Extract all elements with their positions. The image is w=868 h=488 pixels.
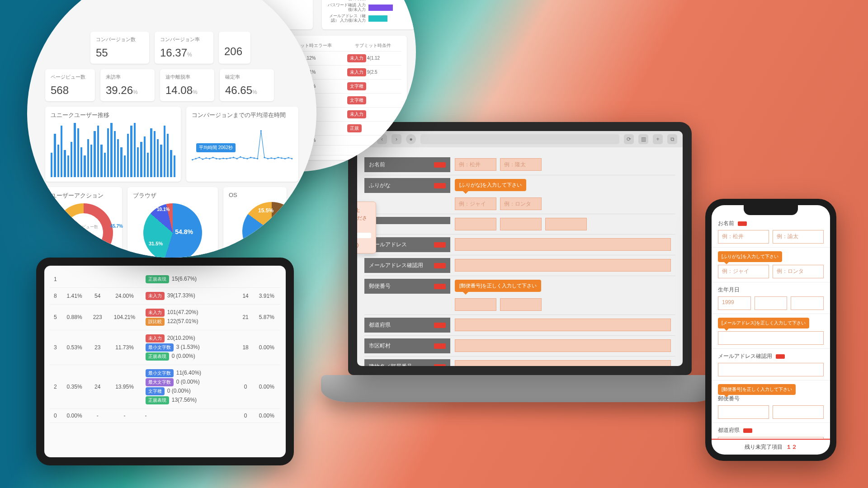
browser-title: ブラウザ <box>133 192 156 200</box>
phone-form-input[interactable]: 1999 <box>718 296 751 310</box>
svg-point-23 <box>270 157 272 159</box>
form-label: 都道府県 <box>364 318 450 333</box>
svg-point-3 <box>202 159 203 160</box>
phone-form-row: [ふりがな]を入力して下さい例：ジャイ例：ロンタ <box>712 248 830 282</box>
svg-point-28 <box>288 157 289 158</box>
phone-form-label: メールアドレス確認用 <box>718 352 824 360</box>
svg-point-11 <box>229 157 231 159</box>
form-input[interactable]: 例：松井 <box>455 158 496 171</box>
svg-point-27 <box>284 158 286 159</box>
phone-tooltip: [メールアドレス]を正しく入力して下さい <box>718 318 809 328</box>
svg-point-24 <box>274 158 275 159</box>
form-row: お名前例：松井例：隆太 <box>364 155 675 175</box>
required-badge <box>434 162 446 168</box>
form-label: 郵便番号 <box>364 279 450 294</box>
avg-time-title: コンバージョンまでの平均滞在時間 <box>192 111 293 119</box>
required-badge <box>434 284 446 289</box>
phone-form-input[interactable] <box>755 296 788 310</box>
url-bar[interactable] <box>420 134 619 144</box>
svg-point-4 <box>205 157 207 159</box>
required-badge <box>434 323 446 328</box>
reload-button[interactable]: ● <box>406 134 416 144</box>
svg-point-5 <box>209 158 210 159</box>
table-row: 20.35%2413.95%最小文字数 11(6.40%)最大文字数 0 (0.… <box>50 365 280 409</box>
svg-point-14 <box>240 156 241 158</box>
form-row: 市区町村 <box>364 336 675 357</box>
svg-point-0 <box>192 159 193 160</box>
user-action-title: ユーザーアクション <box>51 192 104 200</box>
form-label: メールアドレス <box>364 237 450 252</box>
phone-mockup: お名前例：松井例：諭太[ふりがな]を入力して下さい例：ジャイ例：ロンタ生年月日1… <box>705 199 836 461</box>
tablet-mockup: 1正規表現 15(6.67%)81.41%5424.00%未入力 39(17.3… <box>36 258 294 465</box>
form-area: 必須項目に入力の上送信ボタンを押してください。 入力進捗 0% (0/15) お… <box>357 147 683 366</box>
required-badge <box>743 428 752 433</box>
tabs-icon[interactable]: ⧉ <box>667 134 677 144</box>
phone-form-input[interactable]: 例：ジャイ <box>718 265 769 278</box>
forward-button[interactable]: › <box>392 134 401 144</box>
required-badge <box>434 343 446 349</box>
form-input[interactable] <box>455 238 671 251</box>
form-input[interactable] <box>500 218 542 230</box>
form-input[interactable] <box>455 259 671 272</box>
table-row: 50.88%223104.21%未入力 101(47.20%)誤比較 122(5… <box>50 305 280 330</box>
unique-users-title: ユニークユーザー推移 <box>51 111 175 119</box>
svg-point-16 <box>246 158 248 159</box>
phone-form-input[interactable] <box>718 363 824 376</box>
form-label: お名前 <box>364 157 450 172</box>
phone-form-input[interactable] <box>718 331 824 345</box>
form-input[interactable] <box>455 339 671 352</box>
table-row: 30.53%2311.73%未入力 20(10.20%)最小文字数 3 (1.5… <box>50 330 280 365</box>
form-row: ふりがな[ふりがな]を入力して下さい例：ジャイ例：ロンタ <box>364 175 675 214</box>
phone-form-input[interactable] <box>791 296 824 310</box>
phone-form-label: 生年月日 <box>718 286 824 294</box>
required-badge <box>434 242 446 248</box>
browser-pie <box>143 203 202 258</box>
kpi-label: ページビュー数 <box>51 74 90 80</box>
form-input[interactable] <box>500 298 542 311</box>
svg-point-15 <box>243 157 245 159</box>
form-input[interactable]: 例：隆太 <box>500 158 542 171</box>
reload-icon[interactable]: ⟳ <box>624 134 634 144</box>
tooltip-zip: [郵便番号]を正しく入力して下さい <box>455 280 541 292</box>
svg-point-17 <box>250 157 251 158</box>
kpi-label: コンバージョン数 <box>96 36 144 43</box>
bookmark-icon[interactable]: ▥ <box>638 134 648 144</box>
svg-point-9 <box>222 158 224 159</box>
form-label: メールアドレス確認用 <box>364 258 450 273</box>
svg-point-8 <box>219 158 221 160</box>
add-tab-icon[interactable]: + <box>653 134 663 144</box>
phone-form-row: 都道府県 <box>712 423 830 439</box>
form-input[interactable] <box>455 319 671 331</box>
form-input[interactable] <box>455 218 496 230</box>
phone-form-input[interactable]: 例：諭太 <box>773 230 824 244</box>
form-label: 市区町村 <box>364 338 450 353</box>
required-badge <box>434 183 446 188</box>
svg-point-19 <box>257 158 258 159</box>
svg-point-2 <box>198 157 200 158</box>
form-input[interactable] <box>455 360 671 366</box>
form-input[interactable] <box>545 218 587 230</box>
form-label: ふりがな <box>364 178 450 193</box>
error-breakdown-table: 1正規表現 15(6.67%)81.41%5424.00%未入力 39(17.3… <box>50 271 280 423</box>
required-badge <box>434 364 446 366</box>
svg-point-12 <box>233 157 234 158</box>
svg-point-29 <box>291 158 292 159</box>
browser-toolbar: ☰ ‹ › ● ⟳ ▥ + ⧉ <box>357 131 683 147</box>
required-badge <box>434 263 446 268</box>
avg-time-badge: 平均時間 2062秒 <box>196 143 236 152</box>
phone-form-input[interactable]: 例：松井 <box>718 230 769 244</box>
form-input[interactable] <box>455 298 496 311</box>
form-input[interactable]: 例：ジャイ <box>455 197 496 210</box>
svg-point-18 <box>254 157 255 159</box>
phone-form-input[interactable] <box>718 405 769 419</box>
phone-form-row: [メールアドレス]を正しく入力して下さい <box>712 314 830 349</box>
phone-form-label: 都道府県 <box>718 427 824 434</box>
form-input[interactable]: 例：ロンタ <box>500 197 542 210</box>
form-label: 建物名／部屋番号 <box>364 359 450 366</box>
phone-form-input[interactable]: 例：ロンタ <box>773 265 824 278</box>
required-badge <box>738 221 747 226</box>
os-title: OS <box>229 192 281 198</box>
form-row: メールアドレス <box>364 235 675 255</box>
phone-form-input[interactable] <box>773 405 824 419</box>
svg-point-22 <box>267 158 269 159</box>
